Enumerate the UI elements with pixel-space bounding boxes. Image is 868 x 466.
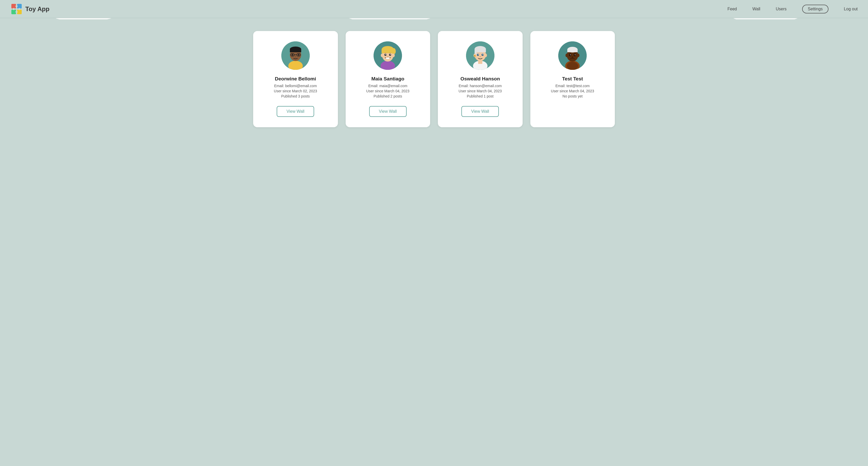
svg-point-52 (390, 54, 391, 55)
user-since-1: User since March 02, 2023 (274, 89, 317, 93)
svg-point-71 (474, 55, 475, 57)
nav-settings[interactable]: Settings (802, 5, 829, 13)
users-grid: Deorwine Bellomi Email: bellomi@email.co… (253, 31, 615, 127)
svg-point-48 (392, 48, 396, 54)
svg-point-81 (570, 55, 571, 55)
user-name-2: Maia Santiago (371, 76, 404, 82)
user-posts-3: Published 1 post (467, 94, 494, 98)
svg-point-54 (387, 56, 389, 57)
svg-point-82 (575, 55, 576, 55)
user-name-3: Osweald Hanson (460, 76, 500, 82)
svg-rect-42 (290, 49, 301, 52)
svg-point-66 (478, 54, 478, 55)
user-card-4: Test Test Email: test@test.com User sinc… (530, 31, 615, 127)
svg-point-31 (18, 8, 21, 10)
svg-point-30 (13, 8, 15, 10)
user-email-1: Email: bellomi@email.com (274, 84, 317, 88)
avatar-2 (374, 41, 402, 70)
svg-point-55 (381, 54, 383, 57)
user-card-1: Deorwine Bellomi Email: bellomi@email.co… (253, 31, 338, 127)
svg-rect-24 (11, 4, 16, 8)
svg-rect-53 (386, 58, 390, 59)
svg-point-75 (567, 62, 578, 70)
user-email-2: Email: maia@email.com (368, 84, 407, 88)
avatar-1 (281, 41, 310, 70)
logo-area: Toy App (10, 3, 49, 15)
svg-rect-27 (17, 9, 22, 14)
svg-point-83 (571, 56, 574, 58)
svg-point-38 (292, 54, 293, 56)
user-card-3: Osweald Hanson Email: hanson@email.com U… (438, 31, 523, 127)
user-posts-1: Published 3 posts (281, 94, 310, 98)
svg-rect-78 (567, 50, 578, 52)
svg-rect-25 (17, 4, 22, 8)
avatar-3 (466, 41, 494, 70)
svg-point-72 (485, 54, 487, 57)
user-email-4: Email: test@test.com (555, 84, 590, 88)
nav-users[interactable]: Users (776, 7, 786, 11)
svg-rect-26 (11, 9, 16, 14)
svg-point-51 (385, 54, 386, 55)
main-nav: Feed Wall Users Settings Log out (727, 5, 858, 13)
svg-point-68 (479, 56, 481, 57)
svg-point-39 (298, 54, 300, 56)
nav-feed[interactable]: Feed (727, 7, 737, 11)
nav-logout[interactable]: Log out (844, 7, 858, 11)
svg-point-67 (482, 54, 483, 55)
svg-point-85 (577, 54, 580, 57)
user-name-4: Test Test (562, 76, 583, 82)
user-posts-4: No posts yet (562, 94, 583, 98)
app-title: Toy App (25, 5, 49, 13)
svg-point-28 (16, 5, 18, 7)
svg-point-84 (565, 54, 568, 57)
user-since-4: User since March 04, 2023 (551, 89, 594, 93)
nav-wall[interactable]: Wall (752, 7, 761, 11)
user-since-2: User since March 04, 2023 (366, 89, 409, 93)
view-wall-btn-2[interactable]: View Wall (369, 106, 407, 117)
puzzle-logo-icon (10, 3, 23, 15)
user-email-3: Email: hanson@email.com (459, 84, 502, 88)
svg-point-40 (295, 56, 296, 57)
view-wall-btn-3[interactable]: View Wall (461, 106, 499, 117)
user-posts-2: Published 2 posts (374, 94, 402, 98)
view-wall-btn-1[interactable]: View Wall (277, 106, 314, 117)
avatar-4 (558, 41, 587, 70)
user-card-2: Maia Santiago Email: maia@email.com User… (346, 31, 430, 127)
svg-point-56 (392, 54, 395, 57)
user-name-1: Deorwine Bellomi (275, 76, 316, 82)
user-since-3: User since March 04, 2023 (459, 89, 502, 93)
svg-point-29 (16, 11, 18, 13)
